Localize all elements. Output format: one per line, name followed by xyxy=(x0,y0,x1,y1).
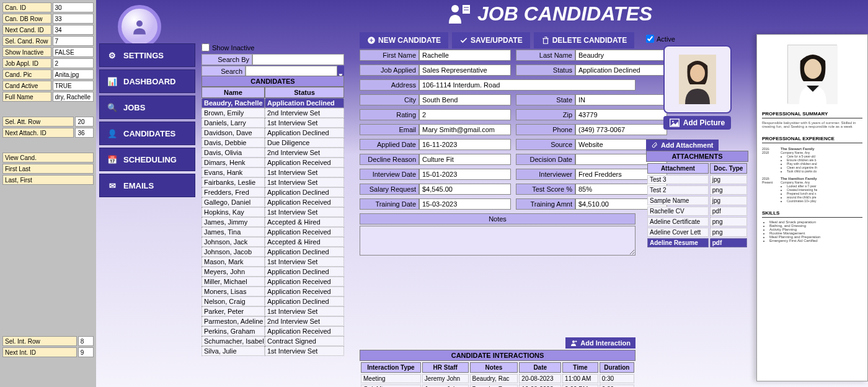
address-input[interactable] xyxy=(419,79,636,91)
add-attachment-button[interactable]: Add Attachment xyxy=(646,140,719,151)
debug-cell: 36 xyxy=(75,128,94,138)
debug-cell: Next Int. ID xyxy=(2,347,77,357)
candidate-row[interactable]: Gallego, DanielApplication Received xyxy=(202,197,344,207)
firstName-input[interactable] xyxy=(419,50,511,61)
candidate-row[interactable]: Davis, Olivia2nd Interview Set xyxy=(202,148,344,158)
active-checkbox[interactable]: Active xyxy=(646,35,748,43)
candidate-row[interactable]: Meyers, JohnApplication Declined xyxy=(202,267,344,277)
salaryRequest-input[interactable] xyxy=(419,184,511,195)
candidate-row[interactable]: Fredders, FredApplication Declined xyxy=(202,187,344,197)
interactions-title: CANDIDATE INTERACTIONS xyxy=(360,350,636,361)
candidate-row[interactable]: Davis, DebbieDue Diligence xyxy=(202,138,344,148)
nav-candidates[interactable]: 👤CANDIDATES xyxy=(99,122,195,145)
candidate-row[interactable]: Perkins, GrahamApplication Received xyxy=(202,326,344,336)
candidate-row[interactable]: Beaudry, RachelleApplication Declined xyxy=(202,98,344,108)
attachment-row[interactable]: Adeline Cover Lettpng xyxy=(647,228,747,237)
col-status-header: Status xyxy=(265,87,344,98)
candidate-row[interactable]: James, JimmyAccepted & Hired xyxy=(202,217,344,227)
candidate-row[interactable]: Nelson, CraigApplication Declined xyxy=(202,296,344,306)
nav-icon: ⚙ xyxy=(106,49,118,61)
candidate-row[interactable]: Silva, Julie1st Interview Set xyxy=(202,346,344,356)
delete-candidate-button[interactable]: DELETE CANDIDATE xyxy=(534,32,634,48)
main-toolbar: NEW CANDIDATE SAVE/UPDATE DELETE CANDIDA… xyxy=(360,32,634,48)
declineReason-label: Decline Reason xyxy=(360,154,419,165)
svg-rect-2 xyxy=(463,5,470,14)
resume-preview: PROFESSIONAL SUMMARY Responsible babysit… xyxy=(756,34,868,381)
candidate-row[interactable]: Fairbanks, Leslie1st Interview Set xyxy=(202,177,344,187)
candidate-row[interactable]: Parmeston, Adeline2nd Interview Set xyxy=(202,316,344,326)
status-label: Status xyxy=(516,64,575,76)
candidate-row[interactable]: Brown, Emily2nd Interview Set xyxy=(202,108,344,118)
int-col-header: Interaction Type xyxy=(361,362,421,373)
city-label: City xyxy=(360,94,419,105)
candidates-list-title: CANDIDATES xyxy=(202,76,344,87)
debug-cell: Can. DB Row xyxy=(2,14,51,24)
candidate-row[interactable]: Parker, Peter1st Interview Set xyxy=(202,306,344,316)
resume-summary-text: Responsible babysitter with 6 years of s… xyxy=(762,121,862,128)
candidate-row[interactable]: Schumacher, IsabelContract Signed xyxy=(202,336,344,346)
interaction-row[interactable]: MeetingJeremy JohnBeaudry, Rac20-08-2023… xyxy=(361,374,634,383)
declineReason-input[interactable] xyxy=(419,154,511,165)
nav-dashboard[interactable]: 📊DASHBOARD xyxy=(99,69,195,93)
candidate-row[interactable]: Evans, Hank1st Interview Set xyxy=(202,167,344,177)
nav-icon: 👤 xyxy=(106,127,118,140)
jobApplied-input[interactable] xyxy=(419,64,511,76)
nav-jobs[interactable]: 🔍JOBS xyxy=(99,96,195,119)
candidate-row[interactable]: Johnson, JackAccepted & Hired xyxy=(202,237,344,247)
new-candidate-button[interactable]: NEW CANDIDATE xyxy=(360,32,448,48)
candidate-row[interactable]: Moners, LisasApplication Received xyxy=(202,287,344,296)
debug-cell: Next Attach. ID xyxy=(2,128,74,138)
person-plus-icon xyxy=(570,339,578,347)
add-picture-button[interactable]: Add Picture xyxy=(663,116,731,130)
debug-cell: 8 xyxy=(78,336,94,346)
trainingDate-input[interactable] xyxy=(419,198,511,210)
candidate-row[interactable]: Hopkins, Kay1st Interview Set xyxy=(202,207,344,217)
candidate-row[interactable]: Miller, MichaelApplication Received xyxy=(202,277,344,287)
nav-emails[interactable]: ✉EMAILS xyxy=(99,174,195,197)
svg-point-14 xyxy=(804,59,822,79)
attach-col: Attachment xyxy=(647,163,709,174)
search-by-input[interactable] xyxy=(252,54,344,65)
candidate-row[interactable]: Davidson, DaveApplication Declined xyxy=(202,128,344,138)
debug-cell: Anita.jpg xyxy=(53,69,94,79)
interaction-row[interactable]: Onl. MtgJeremy JohnBeaudry, Rac19-08-202… xyxy=(361,385,634,387)
candidate-row[interactable]: Dimars, HenkApplication Received xyxy=(202,158,344,167)
interviewDate-input[interactable] xyxy=(419,169,511,180)
nav-icon: 📊 xyxy=(106,75,118,87)
debug-cell: Show Inactive xyxy=(2,47,51,57)
attachment-row[interactable]: Adeline Resumepdf xyxy=(647,238,747,247)
email-input[interactable] xyxy=(419,124,511,135)
int-col-header: HR Staff xyxy=(422,362,469,373)
nav-scheduling[interactable]: 📅SCHEDULING xyxy=(99,148,195,171)
email-label: Email xyxy=(360,124,419,135)
candidate-row[interactable]: Mason, Mark1st Interview Set xyxy=(202,257,344,267)
candidate-row[interactable]: Daniels, Larry1st Interview Set xyxy=(202,118,344,128)
attachment-row[interactable]: Test 3jpg xyxy=(647,175,747,184)
attachment-row[interactable]: Adeline Certificatepng xyxy=(647,217,747,226)
attachment-row[interactable]: Sample Namejpg xyxy=(647,196,747,205)
debug-cell: 20 xyxy=(75,117,94,127)
page-title: JOB CANDIDATES xyxy=(446,1,652,26)
appliedDate-input[interactable] xyxy=(419,139,511,150)
notes-input[interactable] xyxy=(360,226,636,256)
candidate-row[interactable]: Johnson, JacobApplication Declined xyxy=(202,247,344,257)
attachment-row[interactable]: Test 2png xyxy=(647,185,747,195)
int-col-header: Date xyxy=(519,362,561,373)
debug-cell: 9 xyxy=(78,347,94,357)
rating-input[interactable] xyxy=(419,109,511,120)
notes-label: Notes xyxy=(360,213,636,225)
image-icon xyxy=(670,118,680,127)
candidate-row[interactable]: James, TinaApplication Received xyxy=(202,227,344,237)
show-inactive-checkbox[interactable]: Show Inactive xyxy=(202,43,344,51)
save-update-button[interactable]: SAVE/UPDATE xyxy=(452,32,530,48)
nav-icon: ✉ xyxy=(106,179,118,192)
city-input[interactable] xyxy=(419,94,511,105)
attachment-row[interactable]: Rachelle CVpdf xyxy=(647,207,747,216)
int-col-header: Notes xyxy=(470,362,518,373)
nav-settings[interactable]: ⚙SETTINGS xyxy=(99,43,195,67)
paperclip-icon xyxy=(651,141,658,149)
add-interaction-button[interactable]: Add Interaction xyxy=(565,337,636,349)
address-label: Address xyxy=(360,79,419,91)
candidate-photo xyxy=(663,45,732,113)
search-by-label: Search By xyxy=(202,54,252,65)
